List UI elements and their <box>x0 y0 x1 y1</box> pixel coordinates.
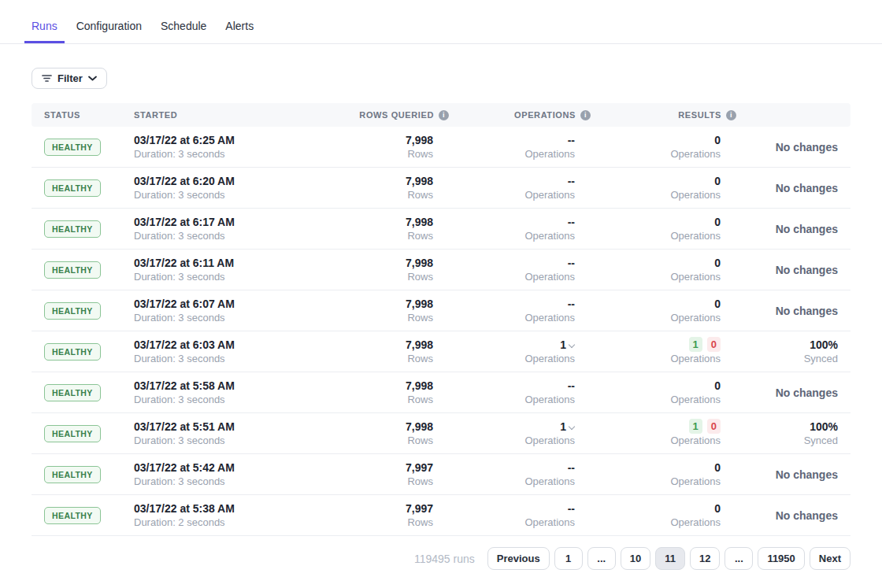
run-started-time: 03/17/22 at 6:11 AM <box>134 256 320 270</box>
outcome-cell: No changes <box>736 182 850 194</box>
page-button-11[interactable]: 11 <box>655 547 685 570</box>
results-cell: 0Operations <box>591 379 736 407</box>
tab-configuration[interactable]: Configuration <box>69 17 149 43</box>
operations-value: -- <box>449 174 575 188</box>
status-cell: HEALTHY <box>32 139 123 156</box>
column-header-rows-queried: ROWS QUERIED i <box>320 110 449 120</box>
chevron-down-icon[interactable] <box>569 423 575 429</box>
operations-value: 1 <box>449 338 575 352</box>
table-row[interactable]: HEALTHY03/17/22 at 5:58 AMDuration: 3 se… <box>32 372 850 413</box>
filter-button[interactable]: Filter <box>32 68 107 89</box>
tab-schedule[interactable]: Schedule <box>154 17 213 43</box>
info-icon[interactable]: i <box>726 110 736 120</box>
tab-alerts[interactable]: Alerts <box>218 17 261 43</box>
table-row[interactable]: HEALTHY03/17/22 at 6:20 AMDuration: 3 se… <box>32 168 850 209</box>
filter-label: Filter <box>57 72 83 84</box>
ellipsis-button[interactable]: ... <box>724 547 753 570</box>
started-cell: 03/17/22 at 6:11 AMDuration: 3 seconds <box>123 256 320 284</box>
status-badge: HEALTHY <box>44 179 101 197</box>
table-row[interactable]: HEALTHY03/17/22 at 5:42 AMDuration: 3 se… <box>32 454 850 495</box>
page-button-10[interactable]: 10 <box>621 547 650 570</box>
table-row[interactable]: HEALTHY03/17/22 at 6:11 AMDuration: 3 se… <box>32 250 850 290</box>
page-button-11950[interactable]: 11950 <box>758 547 804 570</box>
outcome-cell: No changes <box>736 468 850 481</box>
status-badge: HEALTHY <box>44 384 101 401</box>
column-header-results: RESULTS i <box>591 110 736 120</box>
info-icon[interactable]: i <box>439 110 449 120</box>
run-started-time: 03/17/22 at 6:20 AM <box>134 174 320 188</box>
table-row[interactable]: HEALTHY03/17/22 at 5:38 AMDuration: 2 se… <box>32 495 850 536</box>
rows-queried-cell: 7,997Rows <box>320 501 449 530</box>
table-row[interactable]: HEALTHY03/17/22 at 5:51 AMDuration: 3 se… <box>32 413 850 454</box>
succeeded-count-badge: 1 <box>689 337 702 352</box>
table-row[interactable]: HEALTHY03/17/22 at 6:03 AMDuration: 3 se… <box>32 331 850 372</box>
results-cell: 10Operations <box>591 419 736 448</box>
table-row[interactable]: HEALTHY03/17/22 at 6:07 AMDuration: 3 se… <box>32 290 850 331</box>
chevron-down-icon[interactable] <box>569 342 575 347</box>
status-badge: HEALTHY <box>44 139 101 156</box>
outcome-cell: No changes <box>736 141 850 153</box>
rows-queried-value: 7,998 <box>320 215 433 229</box>
failed-count-badge: 0 <box>707 419 721 434</box>
outcome-cell: No changes <box>736 386 850 399</box>
results-value: 10 <box>591 419 721 434</box>
operations-cell[interactable]: 1Operations <box>449 338 591 366</box>
results-value: 10 <box>591 337 721 352</box>
status-cell: HEALTHY <box>32 179 123 197</box>
tab-runs[interactable]: Runs <box>24 17 65 43</box>
results-value: 0 <box>591 133 721 147</box>
run-duration: Duration: 2 seconds <box>134 516 320 530</box>
column-header-started: STARTED <box>123 110 320 120</box>
page-button-1[interactable]: 1 <box>554 547 583 570</box>
operations-cell: --Operations <box>449 133 591 161</box>
operations-value: -- <box>449 133 575 147</box>
run-duration: Duration: 3 seconds <box>134 147 320 161</box>
results-label: Operations <box>591 229 721 243</box>
run-duration: Duration: 3 seconds <box>134 352 320 366</box>
run-started-time: 03/17/22 at 5:58 AM <box>134 379 320 393</box>
rows-queried-cell: 7,998Rows <box>320 215 449 243</box>
rows-queried-value: 7,998 <box>320 133 433 147</box>
started-cell: 03/17/22 at 5:58 AMDuration: 3 seconds <box>123 379 320 407</box>
operations-cell[interactable]: 1Operations <box>449 420 591 448</box>
run-started-time: 03/17/22 at 5:42 AM <box>134 460 320 475</box>
outcome-value: No changes <box>736 468 838 481</box>
operations-cell: --Operations <box>449 460 591 489</box>
table-row[interactable]: HEALTHY03/17/22 at 6:17 AMDuration: 3 se… <box>32 209 850 250</box>
info-icon[interactable]: i <box>580 110 591 120</box>
run-duration: Duration: 3 seconds <box>134 270 320 284</box>
outcome-value: 100% <box>736 338 838 352</box>
status-cell: HEALTHY <box>32 302 123 320</box>
results-cell: 0Operations <box>591 174 736 202</box>
run-duration: Duration: 3 seconds <box>134 475 320 489</box>
run-started-time: 03/17/22 at 6:25 AM <box>134 133 320 147</box>
outcome-cell: No changes <box>736 305 850 317</box>
started-cell: 03/17/22 at 5:51 AMDuration: 3 seconds <box>123 420 320 448</box>
results-cell: 0Operations <box>591 501 736 530</box>
table-row[interactable]: HEALTHY03/17/22 at 6:25 AMDuration: 3 se… <box>32 127 850 168</box>
results-label: Operations <box>591 475 721 489</box>
table-body: HEALTHY03/17/22 at 6:25 AMDuration: 3 se… <box>32 127 850 536</box>
operations-label: Operations <box>449 147 575 161</box>
previous-button[interactable]: Previous <box>487 547 550 570</box>
results-label: Operations <box>591 352 721 366</box>
operations-cell: --Operations <box>449 174 591 202</box>
page-button-12[interactable]: 12 <box>690 547 720 570</box>
started-cell: 03/17/22 at 6:07 AMDuration: 3 seconds <box>123 297 320 325</box>
outcome-cell: 100%Synced <box>736 420 850 448</box>
started-cell: 03/17/22 at 5:42 AMDuration: 3 seconds <box>123 460 320 489</box>
status-cell: HEALTHY <box>32 507 123 524</box>
outcome-value: No changes <box>736 305 838 317</box>
operations-cell: --Operations <box>449 215 591 243</box>
operations-cell: --Operations <box>449 297 591 325</box>
status-badge: HEALTHY <box>44 302 101 320</box>
operations-label: Operations <box>449 516 575 530</box>
results-label: Operations <box>591 147 721 161</box>
next-button[interactable]: Next <box>810 547 850 570</box>
run-started-time: 03/17/22 at 6:07 AM <box>134 297 320 311</box>
operations-value: -- <box>449 297 575 311</box>
rows-queried-label: Rows <box>320 147 433 161</box>
results-label: Operations <box>591 311 721 325</box>
operations-label: Operations <box>449 393 575 407</box>
ellipsis-button[interactable]: ... <box>587 547 616 570</box>
